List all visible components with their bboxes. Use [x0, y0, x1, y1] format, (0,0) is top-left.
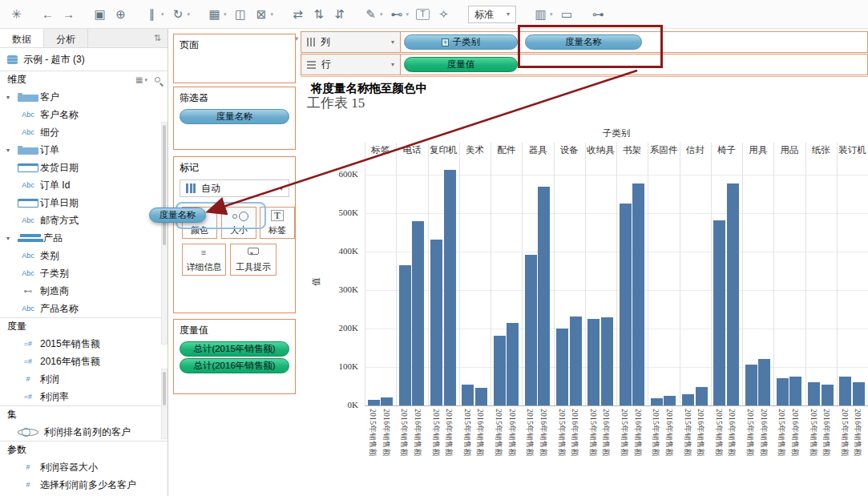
field-细分[interactable]: Abc细分: [0, 123, 168, 141]
clear-sheet-icon[interactable]: ⊠▾: [255, 8, 274, 20]
sort-ascending-icon[interactable]: ⇅: [312, 8, 325, 20]
field-2015年销售额[interactable]: =#2015年销售额: [0, 335, 168, 353]
column-separator: [711, 143, 712, 405]
sort-descending-icon[interactable]: ⇅: [333, 8, 346, 20]
bar-设备-2015年销售额[interactable]: [556, 329, 568, 405]
highlight-icon[interactable]: ✎▾: [364, 8, 383, 20]
bar-标签-2016年销售额[interactable]: [381, 397, 393, 405]
refresh-icon[interactable]: ↻▾: [172, 8, 191, 20]
field-利润排名前列的客户[interactable]: 利润排名前列的客户: [0, 423, 168, 441]
field-利润[interactable]: #利润: [0, 370, 168, 388]
swap-axes-icon[interactable]: ⇄: [291, 8, 305, 20]
find-field-icon[interactable]: [155, 77, 160, 83]
bar-用品-2016年销售额[interactable]: [789, 377, 801, 405]
bar-美术-2016年销售额[interactable]: [475, 388, 487, 405]
fit-selector[interactable]: 标准▾: [468, 6, 516, 23]
filters-card[interactable]: 筛选器 度量名称: [173, 87, 296, 150]
field-利润容器大小[interactable]: #利润容器大小: [0, 458, 168, 476]
field-发货日期[interactable]: 发货日期: [0, 159, 168, 176]
marks-button-工具提示[interactable]: 工具提示: [230, 244, 277, 276]
field-邮寄方式[interactable]: Abc邮寄方式: [0, 212, 168, 229]
pill-度量值[interactable]: 度量值: [404, 57, 518, 72]
tableau-logo-icon[interactable]: ✳: [10, 8, 23, 20]
bar-设备-2016年销售额[interactable]: [570, 317, 582, 405]
field-制造商[interactable]: ⊷制造商: [0, 282, 168, 300]
pill-度量名称[interactable]: 度量名称: [180, 109, 289, 124]
bar-收纳具-2016年销售额[interactable]: [601, 317, 613, 405]
bar-电话-2016年销售额[interactable]: [412, 221, 424, 405]
bar-椅子-2016年销售额[interactable]: [727, 183, 739, 405]
bar-配件-2015年销售额[interactable]: [494, 336, 506, 405]
pill-总计(2016年销售额)[interactable]: 总计(2016年销售额): [180, 358, 289, 373]
pill-子类别[interactable]: +子类别: [404, 34, 518, 50]
pages-card[interactable]: 页面: [173, 34, 296, 83]
bar-用品-2015年销售额[interactable]: [777, 378, 789, 405]
bar-复印机-2015年销售额[interactable]: [430, 240, 442, 405]
pill-总计(2015年销售额)[interactable]: 总计(2015年销售额): [180, 341, 289, 357]
bar-书架-2016年销售额[interactable]: [632, 183, 644, 405]
view-as-icon[interactable]: ▦▾: [135, 75, 147, 84]
group-members-icon[interactable]: ⊷▾: [390, 8, 410, 20]
cards-scroll-down-icon[interactable]: ▼: [293, 35, 300, 42]
bar-装订机-2016年销售额[interactable]: [853, 382, 865, 405]
field-子类别[interactable]: Abc子类别: [0, 264, 168, 282]
expand-caret-icon[interactable]: ▾: [6, 147, 16, 154]
show-mark-labels-icon[interactable]: ▥▾: [534, 8, 553, 20]
measures-scrollbar[interactable]: [161, 369, 168, 439]
bar-椅子-2015年销售额[interactable]: [713, 220, 725, 405]
bar-信封-2015年销售额[interactable]: [682, 394, 694, 405]
tab-数据[interactable]: 数据: [0, 29, 44, 47]
field-订单[interactable]: ▾订单: [0, 141, 168, 159]
field-2016年销售额[interactable]: =#2016年销售额: [0, 353, 168, 370]
datasource-row[interactable]: 示例 - 超市 (3): [0, 48, 168, 71]
field-产品[interactable]: ▾产品: [0, 229, 168, 247]
field-客户[interactable]: ▾客户: [0, 88, 168, 106]
marks-card[interactable]: 标记 自动 ▾ 颜色大小T标签≡详细信息工具提示: [173, 156, 296, 313]
bar-装订机-2015年销售额[interactable]: [839, 377, 851, 405]
bar-标签-2015年销售额[interactable]: [368, 400, 380, 405]
share-icon[interactable]: ⊶: [591, 8, 605, 20]
field-客户名称[interactable]: Abc客户名称: [0, 106, 168, 123]
field-利润率[interactable]: =#利润率: [0, 388, 168, 405]
measure-values-card[interactable]: 度量值 总计(2015年销售额)总计(2016年销售额): [173, 319, 296, 394]
pause-updates-icon[interactable]: ∥▾: [145, 8, 164, 20]
mark-type-dropdown[interactable]: 自动 ▾: [180, 179, 289, 197]
bar-美术-2015年销售额[interactable]: [462, 385, 474, 405]
fix-axes-icon[interactable]: ✧: [437, 8, 450, 20]
bar-复印机-2016年销售额[interactable]: [444, 170, 456, 405]
bar-电话-2015年销售额[interactable]: [399, 265, 411, 405]
dimensions-scrollbar[interactable]: [161, 122, 168, 345]
pane-toggle-icon[interactable]: ⇅: [147, 29, 168, 47]
bar-系固件-2016年销售额[interactable]: [664, 396, 676, 405]
save-icon[interactable]: ▣: [93, 8, 107, 20]
bar-配件-2016年销售额[interactable]: [507, 323, 519, 405]
tab-分析[interactable]: 分析: [44, 29, 88, 47]
field-订单 Id[interactable]: Abc订单 Id: [0, 176, 168, 194]
redo-icon[interactable]: →: [62, 8, 75, 20]
bar-信封-2016年销售额[interactable]: [696, 387, 708, 405]
duplicate-sheet-icon[interactable]: ◫: [234, 8, 248, 20]
field-类别[interactable]: Abc类别: [0, 247, 168, 264]
bar-用具-2016年销售额[interactable]: [758, 359, 770, 405]
presentation-mode-icon[interactable]: ▭: [560, 8, 574, 20]
bar-系固件-2015年销售额[interactable]: [651, 398, 663, 405]
field-选择利润前多少名客户[interactable]: #选择利润前多少名客户: [0, 476, 168, 494]
marks-button-详细信息[interactable]: ≡详细信息: [182, 244, 226, 276]
bar-用具-2015年销售额[interactable]: [745, 365, 757, 405]
dragged-pill[interactable]: 度量名称: [149, 208, 206, 223]
add-datasource-icon[interactable]: ⊕: [114, 8, 127, 20]
bar-收纳具-2015年销售额[interactable]: [587, 319, 600, 405]
text-label-icon[interactable]: T: [416, 9, 430, 20]
field-产品名称[interactable]: Abc产品名称: [0, 300, 168, 317]
bar-纸张-2015年销售额[interactable]: [808, 382, 820, 405]
expand-box-icon[interactable]: +: [442, 38, 449, 46]
field-订单日期[interactable]: 订单日期: [0, 194, 168, 212]
bar-书架-2015年销售额[interactable]: [620, 204, 632, 405]
undo-icon[interactable]: ←: [41, 8, 55, 20]
expand-caret-icon[interactable]: ▾: [6, 235, 16, 242]
bar-纸张-2016年销售额[interactable]: [822, 385, 834, 405]
bar-器具-2015年销售额[interactable]: [525, 255, 537, 405]
expand-caret-icon[interactable]: ▾: [6, 94, 16, 101]
bar-器具-2016年销售额[interactable]: [538, 187, 550, 405]
new-worksheet-icon[interactable]: ▦▾: [208, 8, 227, 20]
